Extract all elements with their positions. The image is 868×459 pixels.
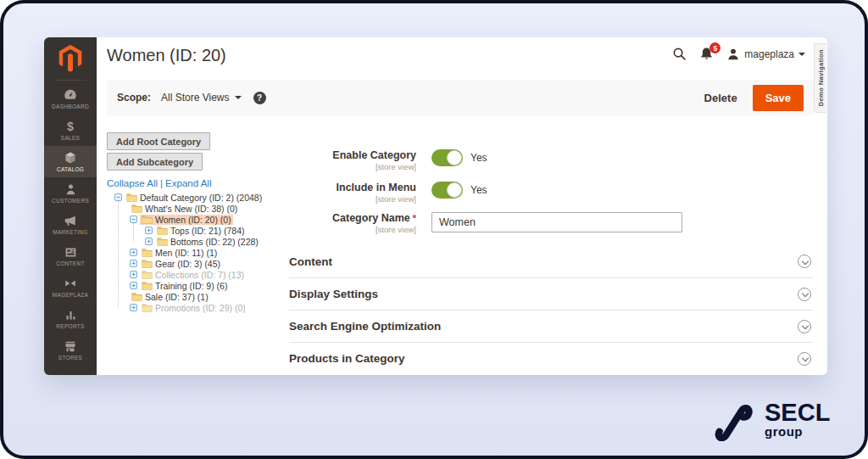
tree-node-women[interactable]: Women (ID: 20) (0) xyxy=(107,214,289,225)
section-title: Display Settings xyxy=(289,288,378,300)
sidebar-item-stores[interactable]: STORES xyxy=(44,334,97,366)
question-mark-icon[interactable]: ? xyxy=(253,92,266,104)
sidebar-menu: DASHBOARD $ SALES CATALOG CUSTOME xyxy=(44,83,97,375)
section-content[interactable]: Content xyxy=(289,245,813,277)
expand-node-icon[interactable] xyxy=(130,304,137,311)
notifications-bell[interactable]: 5 xyxy=(699,47,714,61)
add-root-category-button[interactable]: Add Root Category xyxy=(107,132,210,150)
desktop-background: DASHBOARD $ SALES CATALOG CUSTOME xyxy=(3,3,865,456)
tree-node-label: Bottoms (ID: 22) (228) xyxy=(170,237,259,247)
sidebar-divider xyxy=(54,80,86,81)
chevron-down-circle-icon[interactable] xyxy=(798,255,811,268)
section-title: Content xyxy=(289,255,332,268)
collapse-all-link[interactable]: Collapse All xyxy=(107,178,158,188)
sidebar-item-dashboard[interactable]: DASHBOARD xyxy=(44,83,97,115)
collapse-node-icon[interactable] xyxy=(130,216,137,223)
chevron-down-circle-icon[interactable] xyxy=(798,288,811,301)
dashboard-icon xyxy=(64,88,77,102)
field-scope-note: [store view] xyxy=(289,194,416,204)
delete-button[interactable]: Delete xyxy=(704,92,737,104)
tree-node-default-category[interactable]: Default Category (ID: 2) (2048) xyxy=(107,192,289,203)
expand-node-icon[interactable] xyxy=(130,282,137,289)
sidebar-item-reports[interactable]: REPORTS xyxy=(44,303,97,334)
store-view-switcher[interactable]: All Store Views xyxy=(161,92,241,104)
tree-node-bottoms[interactable]: Bottoms (ID: 22) (228) xyxy=(107,236,289,247)
sidebar-item-customers[interactable]: CUSTOMERS xyxy=(44,177,97,209)
tree-node-tops[interactable]: Tops (ID: 21) (784) xyxy=(107,225,289,236)
chevron-down-icon xyxy=(235,96,242,99)
section-title: Products in Category xyxy=(289,352,405,365)
tree-node-men[interactable]: Men (ID: 11) (1) xyxy=(107,247,289,258)
tree-node-training[interactable]: Training (ID: 9) (6) xyxy=(107,280,289,291)
tree-node-label: Collections (ID: 7) (13) xyxy=(155,270,244,280)
tree-node-promotions[interactable]: Promotions (ID: 29) (0) xyxy=(107,302,289,313)
field-scope-note: [store view] xyxy=(289,162,416,171)
field-label: Category Name* xyxy=(289,212,416,224)
expand-node-icon[interactable] xyxy=(130,249,137,256)
toggle-knob xyxy=(447,150,462,165)
category-name-row: Category Name* [store view] xyxy=(289,212,682,234)
folder-icon xyxy=(142,303,153,312)
chevron-down-circle-icon[interactable] xyxy=(798,352,811,366)
chevron-down-circle-icon[interactable] xyxy=(798,320,811,333)
folder-icon xyxy=(142,215,153,224)
sidebar-item-label: REPORTS xyxy=(56,323,84,329)
folder-icon xyxy=(142,281,153,290)
add-subcategory-button[interactable]: Add Subcategory xyxy=(107,153,203,171)
include-in-menu-toggle[interactable] xyxy=(431,182,463,199)
sidebar-item-label: MARKETING xyxy=(53,229,87,235)
admin-sidebar: DASHBOARD $ SALES CATALOG CUSTOME xyxy=(44,37,97,375)
header-actions: 5 mageplaza xyxy=(672,47,805,61)
expand-node-icon[interactable] xyxy=(130,271,137,278)
chevron-down-icon xyxy=(798,53,805,56)
account-menu[interactable]: mageplaza xyxy=(726,48,805,61)
secl-swoosh-icon xyxy=(712,397,756,441)
sidebar-item-system-partial[interactable] xyxy=(44,366,97,375)
tree-node-label: Tops (ID: 21) (784) xyxy=(170,226,245,236)
field-label: Enable Category xyxy=(289,149,416,161)
cube-icon xyxy=(64,151,77,165)
page-actions: Delete Save xyxy=(704,85,804,111)
section-search-engine-optimization[interactable]: Search Engine Optimization xyxy=(289,310,813,342)
user-icon xyxy=(726,48,740,61)
megaphone-icon xyxy=(64,214,77,227)
sidebar-item-label: STORES xyxy=(58,355,82,361)
section-products-in-category[interactable]: Products in Category xyxy=(289,342,813,374)
expand-node-icon[interactable] xyxy=(145,227,153,234)
sidebar-item-catalog[interactable]: CATALOG xyxy=(44,146,97,177)
expand-all-link[interactable]: Expand All xyxy=(165,178,211,188)
tree-node-collections[interactable]: Collections (ID: 7) (13) xyxy=(107,269,289,280)
tree-node-label: Promotions (ID: 29) (0) xyxy=(155,303,246,313)
enable-category-toggle[interactable] xyxy=(431,149,463,166)
sidebar-item-sales[interactable]: $ SALES xyxy=(44,115,97,146)
sidebar-item-content[interactable]: CONTENT xyxy=(44,240,97,271)
sidebar-item-label: CONTENT xyxy=(56,260,85,266)
tree-node-whats-new[interactable]: What's New (ID: 38) (0) xyxy=(107,203,289,214)
gear-icon xyxy=(64,375,77,376)
tree-node-sale[interactable]: Sale (ID: 37) (1) xyxy=(107,291,289,302)
tree-node-gear[interactable]: Gear (ID: 3) (45) xyxy=(107,258,289,269)
dollar-icon: $ xyxy=(67,120,74,133)
expand-node-icon[interactable] xyxy=(130,260,137,267)
sidebar-item-marketing[interactable]: MARKETING xyxy=(44,209,97,240)
sidebar-item-mageplaza[interactable]: MAGEPLAZA xyxy=(44,271,97,303)
secl-sub: group xyxy=(765,424,830,439)
expand-node-icon[interactable] xyxy=(145,238,153,245)
tree-links: Collapse All|Expand All xyxy=(107,178,211,188)
magento-admin-window: DASHBOARD $ SALES CATALOG CUSTOME xyxy=(44,37,827,375)
magento-logo[interactable] xyxy=(44,44,97,73)
category-name-input[interactable] xyxy=(431,212,682,232)
search-icon[interactable] xyxy=(672,47,687,61)
sidebar-item-label: MAGEPLAZA xyxy=(53,292,88,298)
section-title: Search Engine Optimization xyxy=(289,320,441,333)
demo-navigation-tab[interactable]: Demo Navigation xyxy=(814,43,826,113)
bowtie-icon xyxy=(64,277,77,290)
collapse-node-icon[interactable] xyxy=(114,193,122,201)
screenshot-frame: DASHBOARD $ SALES CATALOG CUSTOME xyxy=(0,0,868,459)
save-button[interactable]: Save xyxy=(753,85,804,111)
folder-icon xyxy=(131,292,142,301)
tree-node-label: Women (ID: 20) (0) xyxy=(155,215,231,225)
section-display-settings[interactable]: Display Settings xyxy=(289,277,813,310)
category-tree: Default Category (ID: 2) (2048) What's N… xyxy=(107,192,289,313)
include-in-menu-row: Include in Menu [store view] Yes xyxy=(289,182,487,204)
